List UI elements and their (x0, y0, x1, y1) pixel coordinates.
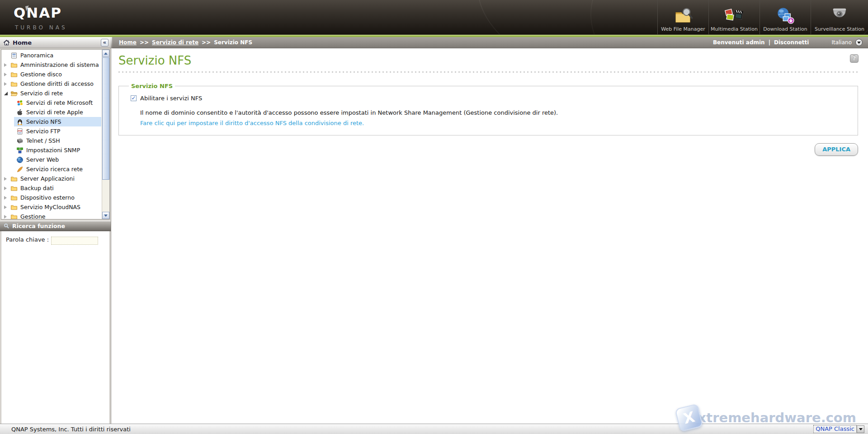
overview-icon (10, 52, 18, 59)
telnet-icon (16, 137, 24, 145)
welcome-text: Benvenuti admin (713, 39, 765, 46)
folder-icon (10, 185, 18, 192)
feather-icon (16, 166, 24, 173)
breadcrumb-separator: >> (202, 39, 211, 46)
sidebar-item-amministrazione[interactable]: Amministrazione di sistema (1, 60, 101, 70)
ftp-icon (16, 128, 24, 135)
sidebar-item-servizio-di-rete[interactable]: Servizio di rete (1, 89, 101, 98)
sidebar-item-ricerca-rete[interactable]: Servizio ricerca rete (1, 164, 101, 174)
session-area: Benvenuti admin | Disconnetti Italiano (713, 39, 863, 46)
enable-nfs-label: Abilitare i servizi NFS (140, 95, 202, 102)
nfs-access-rights-link[interactable]: Fare clic qui per impostare il diritto d… (140, 120, 364, 126)
nav-tree: Panoramica Amministrazione di sistema Ge… (1, 50, 109, 219)
sidebar-item-diritti-accesso[interactable]: Gestione diritti di accesso (1, 79, 101, 89)
function-search-panel: Parola chiave : (1, 231, 110, 424)
enable-nfs-row: Abilitare i servizi NFS (131, 95, 851, 102)
expand-arrow-icon[interactable] (4, 215, 7, 219)
station-label: Download Station (763, 26, 807, 32)
station-download[interactable]: Download Station (760, 0, 811, 34)
app-header: QNAP TURBO NAS Web File Manager Multimed… (0, 0, 868, 34)
theme-selected-value[interactable]: QNAP Classic (813, 425, 857, 433)
sidebar-item-server-applicazioni[interactable]: Server Applicazioni (1, 174, 101, 183)
dotted-divider (118, 71, 858, 73)
nfs-service-section: Servizio NFS Abilitare i servizi NFS Il … (118, 83, 858, 135)
arrow-down-icon (104, 215, 108, 219)
breadcrumb-home[interactable]: Home (119, 39, 137, 46)
collapse-arrow-icon[interactable] (4, 92, 8, 95)
scrollbar-thumb[interactable] (102, 57, 109, 180)
expand-arrow-icon[interactable] (4, 73, 7, 76)
sidebar-collapse-button[interactable]: « (101, 39, 108, 47)
expand-arrow-icon[interactable] (4, 177, 7, 181)
main-row: Panoramica Amministrazione di sistema Ge… (0, 48, 868, 424)
station-label: Surveillance Station (815, 26, 864, 32)
station-shortcuts: Web File Manager Multimedia Station Down… (657, 0, 868, 34)
sidebar-item-gestione-disco[interactable]: Gestione disco (1, 70, 101, 79)
content-area: ? Servizio NFS Servizio NFS Abilitare i … (111, 48, 868, 424)
windows-icon (16, 99, 24, 107)
scroll-down-button[interactable] (102, 212, 109, 219)
linux-icon (16, 118, 24, 126)
home-icon (3, 39, 10, 46)
sidebar-item-rete-apple[interactable]: Servizi di rete Apple (1, 107, 101, 117)
folder-open-icon (10, 90, 18, 97)
sidebar-item-server-web[interactable]: Server Web (1, 155, 101, 164)
section-legend: Servizio NFS (129, 83, 175, 89)
logout-link[interactable]: Disconnetti (774, 39, 809, 46)
brand-block: QNAP TURBO NAS (0, 0, 67, 34)
sidebar-item-rete-microsoft[interactable]: Servizi di rete Microsoft (1, 98, 101, 107)
tree-scrollbar (102, 50, 109, 219)
station-label: Multimedia Station (711, 26, 758, 32)
sidebar-item-mycloudnas[interactable]: Servizio MyCloudNAS (1, 202, 101, 212)
status-bar: QNAP Systems, Inc. Tutti i diritti riser… (0, 424, 868, 434)
expand-arrow-icon[interactable] (4, 187, 7, 190)
page-title: Servizio NFS (118, 54, 858, 67)
station-web-file-manager[interactable]: Web File Manager (657, 0, 708, 34)
expand-arrow-icon[interactable] (4, 82, 7, 86)
sidebar-item-panoramica[interactable]: Panoramica (1, 51, 101, 60)
sidebar-item-backup-dati[interactable]: Backup dati (1, 183, 101, 193)
expand-arrow-icon[interactable] (4, 196, 7, 200)
station-surveillance[interactable]: Surveillance Station (811, 0, 868, 34)
sidebar-item-snmp[interactable]: Impostazioni SNMP (1, 145, 101, 155)
chevron-down-icon (859, 428, 863, 432)
apply-button[interactable]: APPLICA (815, 143, 858, 156)
folder-icon (10, 213, 18, 220)
enable-nfs-checkbox[interactable] (131, 95, 137, 101)
theme-dropdown-button[interactable] (857, 425, 864, 433)
expand-arrow-icon[interactable] (4, 63, 7, 67)
sidebar-item-dispositivo-esterno[interactable]: Dispositivo esterno (1, 193, 101, 202)
sidebar-item-gestione[interactable]: Gestione (1, 212, 101, 219)
multimedia-station-icon (724, 7, 745, 25)
station-multimedia[interactable]: Multimedia Station (708, 0, 760, 34)
scrollbar-track[interactable] (102, 57, 109, 212)
sidebar-header: Home « (0, 37, 111, 48)
sidebar: Panoramica Amministrazione di sistema Ge… (0, 48, 111, 424)
qnap-logo: QNAP (14, 5, 67, 21)
sidebar-item-servizio-ftp[interactable]: Servizio FTP (1, 126, 101, 136)
copyright-text: QNAP Systems, Inc. Tutti i diritti riser… (11, 426, 131, 433)
sidebar-item-servizio-nfs[interactable]: Servizio NFS (1, 117, 101, 126)
web-file-manager-icon (673, 7, 693, 25)
sidebar-item-telnet-ssh[interactable]: Telnet / SSH (1, 136, 101, 145)
nfs-description: Il nome di dominio consentito e l'autori… (140, 109, 851, 116)
apply-row: APPLICA (118, 143, 858, 156)
breadcrumb-servizio-di-rete[interactable]: Servizio di rete (152, 39, 198, 46)
snmp-icon (16, 147, 24, 154)
chevron-down-icon (857, 42, 861, 46)
station-label: Web File Manager (661, 26, 705, 32)
keyword-label: Parola chiave : (6, 236, 49, 243)
arrow-up-icon (104, 51, 108, 55)
scroll-up-button[interactable] (102, 50, 109, 57)
expand-arrow-icon[interactable] (4, 205, 7, 209)
top-bar: Home « Home >> Servizio di rete >> Servi… (0, 37, 868, 48)
apple-icon (16, 109, 24, 116)
help-button[interactable]: ? (850, 54, 859, 63)
folder-icon (10, 80, 18, 88)
download-station-icon (775, 7, 796, 25)
keyword-input[interactable] (51, 237, 98, 245)
theme-selector[interactable]: QNAP Classic (813, 425, 864, 433)
language-dropdown-button[interactable] (855, 39, 863, 46)
turbo-nas-label: TURBO NAS (15, 24, 67, 31)
language-label: Italiano (831, 39, 852, 46)
